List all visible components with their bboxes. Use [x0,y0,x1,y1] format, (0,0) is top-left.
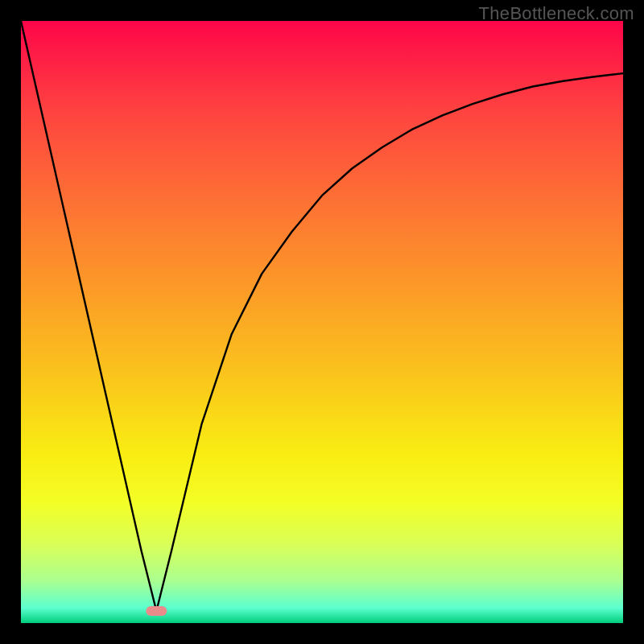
bottleneck-plot [21,21,623,623]
chart-frame: TheBottleneck.com [0,0,644,644]
plot-area [21,21,623,623]
minimum-marker [146,606,167,616]
gradient-background [21,21,623,623]
